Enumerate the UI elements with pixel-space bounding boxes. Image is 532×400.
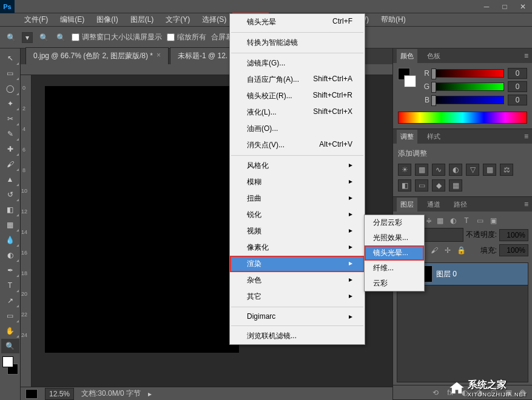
tab-styles[interactable]: 样式 [423, 130, 444, 144]
filter-gallery[interactable]: 滤镜库(G)... [230, 55, 365, 72]
lookup-icon[interactable]: ▦ [449, 179, 462, 192]
lock-all-icon[interactable]: 🔒 [456, 245, 466, 255]
filter-sharpen[interactable]: 锐化▸ [230, 207, 365, 223]
tab-paths[interactable]: 路径 [450, 198, 471, 212]
filter-video[interactable]: 视频▸ [230, 223, 365, 239]
filter-type-icon[interactable]: T [461, 216, 472, 225]
menu-help[interactable]: 帮助(H) [375, 13, 412, 27]
blur-tool[interactable]: 💧 [1, 233, 19, 247]
menu-file[interactable]: 文件(F) [18, 13, 54, 27]
minimize-button[interactable]: ─ [477, 1, 496, 13]
dodge-tool[interactable]: ◐ [1, 248, 19, 262]
tool-preset-dropdown[interactable]: ▾ [22, 32, 33, 43]
move-tool[interactable]: ↖ [1, 51, 19, 65]
g-value[interactable]: 0 [508, 81, 527, 92]
hue-icon[interactable]: ▦ [483, 164, 496, 176]
filter-shape-icon[interactable]: ▭ [474, 216, 485, 225]
close-icon[interactable]: × [157, 51, 161, 61]
g-slider[interactable] [433, 82, 504, 91]
resize-window-checkbox[interactable]: 调整窗口大小以满屏显示 [72, 32, 162, 42]
eyedropper-tool[interactable]: ✎ [1, 127, 19, 141]
panel-menu-icon[interactable]: ≡ [524, 200, 532, 208]
filter-dropdown-icon[interactable]: ≑ [426, 216, 432, 225]
vibrance-icon[interactable]: ▽ [466, 164, 479, 176]
curves-icon[interactable]: ∿ [432, 164, 445, 176]
chevron-right-icon[interactable]: ▸ [148, 390, 152, 398]
exposure-icon[interactable]: ◐ [449, 164, 462, 176]
filter-smart-icon[interactable]: ▣ [488, 216, 499, 225]
type-tool[interactable]: T [1, 278, 19, 293]
filter-pixel-icon[interactable]: ▦ [434, 216, 445, 225]
brush-tool[interactable]: 🖌 [1, 157, 19, 172]
render-lighting-effects[interactable]: 光照效果... [365, 230, 424, 245]
render-lens-flare[interactable]: 镜头光晕... [365, 245, 424, 261]
panel-menu-icon[interactable]: ≡ [524, 132, 532, 141]
menu-select[interactable]: 选择(S) [196, 13, 232, 27]
lock-pixels-icon[interactable]: 🖌 [429, 245, 440, 255]
filter-stylize[interactable]: 风格化▸ [230, 158, 365, 174]
maximize-button[interactable]: □ [496, 1, 514, 13]
layer-name[interactable]: 图层 0 [436, 269, 457, 279]
b-value[interactable]: 0 [508, 95, 527, 105]
stamp-tool[interactable]: ▲ [1, 172, 19, 187]
quick-select-tool[interactable]: ✦ [1, 96, 19, 111]
tab-swatches[interactable]: 色板 [423, 49, 444, 63]
pen-tool[interactable]: ✒ [1, 263, 19, 278]
photo-filter-icon[interactable]: ▭ [415, 179, 428, 192]
filter-lens-correction[interactable]: 镜头校正(R)...Shift+Ctrl+R [230, 88, 365, 104]
menu-edit[interactable]: 编辑(E) [54, 13, 90, 27]
render-clouds[interactable]: 云彩 [365, 276, 424, 291]
filter-other[interactable]: 其它▸ [230, 288, 365, 305]
link-layers-icon[interactable]: ⟲ [430, 387, 441, 398]
opacity-value[interactable]: 100% [499, 229, 528, 241]
close-button[interactable]: ✕ [514, 1, 532, 13]
menu-type[interactable]: 文字(Y) [160, 13, 196, 27]
r-slider[interactable] [433, 69, 504, 78]
render-fibers[interactable]: 纤维... [365, 261, 424, 276]
eraser-tool[interactable]: ◧ [1, 202, 19, 217]
filter-convert-smart[interactable]: 转换为智能滤镜 [230, 35, 365, 51]
filter-digimarc[interactable]: Digimarc▸ [230, 309, 365, 324]
fg-bg-colors[interactable] [2, 356, 18, 375]
lock-position-icon[interactable]: ✢ [442, 245, 453, 255]
zoom-tool[interactable]: 🔍 [1, 339, 19, 353]
zoom-all-checkbox[interactable]: 缩放所有 [167, 32, 206, 42]
balance-icon[interactable]: ⚖ [500, 164, 513, 176]
zoom-level[interactable]: 12.5% [45, 388, 74, 400]
hand-tool[interactable]: ✋ [1, 324, 19, 338]
document-tab-1[interactable]: 0.jpg @ 66.7% (色阶 2, 图层蒙版/8) *× [25, 47, 169, 64]
bg-swatch[interactable] [404, 75, 416, 87]
filter-noise[interactable]: 杂色▸ [230, 272, 365, 288]
fg-color-swatch[interactable] [2, 356, 13, 367]
history-brush-tool[interactable]: ↺ [1, 187, 19, 202]
levels-icon[interactable]: ▦ [415, 164, 428, 176]
lasso-tool[interactable]: ◯ [1, 81, 19, 96]
r-value[interactable]: 0 [508, 68, 527, 79]
panel-menu-icon[interactable]: ≡ [524, 52, 532, 60]
bw-icon[interactable]: ◧ [398, 179, 411, 192]
shape-tool[interactable]: ▭ [1, 308, 19, 323]
filter-adjust-icon[interactable]: ◐ [448, 216, 459, 225]
marquee-tool[interactable]: ▭ [1, 66, 19, 81]
canvas[interactable] [45, 86, 239, 353]
healing-tool[interactable]: ✚ [1, 142, 19, 156]
filter-render[interactable]: 渲染▸ [230, 256, 365, 272]
tab-color[interactable]: 颜色 [397, 49, 417, 63]
filter-adaptive-wide[interactable]: 自适应广角(A)...Shift+Ctrl+A [230, 72, 365, 88]
tab-adjustments[interactable]: 调整 [397, 130, 417, 144]
render-difference-clouds[interactable]: 分层云彩 [365, 215, 424, 230]
gradient-tool[interactable]: ▦ [1, 218, 19, 232]
tab-layers[interactable]: 图层 [397, 198, 417, 212]
filter-pixelate[interactable]: 像素化▸ [230, 239, 365, 256]
channel-mixer-icon[interactable]: ◆ [432, 179, 445, 192]
zoom-out-icon[interactable]: 🔍 [55, 32, 67, 44]
menu-image[interactable]: 图像(I) [90, 13, 124, 27]
tab-channels[interactable]: 通道 [423, 198, 444, 212]
filter-oil-paint[interactable]: 油画(O)... [230, 121, 365, 137]
zoom-in-icon[interactable]: 🔍 [38, 32, 50, 44]
filter-blur[interactable]: 模糊▸ [230, 174, 365, 190]
filter-liquify[interactable]: 液化(L)...Shift+Ctrl+X [230, 104, 365, 121]
menu-layer[interactable]: 图层(L) [124, 13, 160, 27]
filter-last[interactable]: 镜头光晕Ctrl+F [230, 14, 365, 30]
filter-browse-online[interactable]: 浏览联机滤镜... [230, 328, 365, 344]
